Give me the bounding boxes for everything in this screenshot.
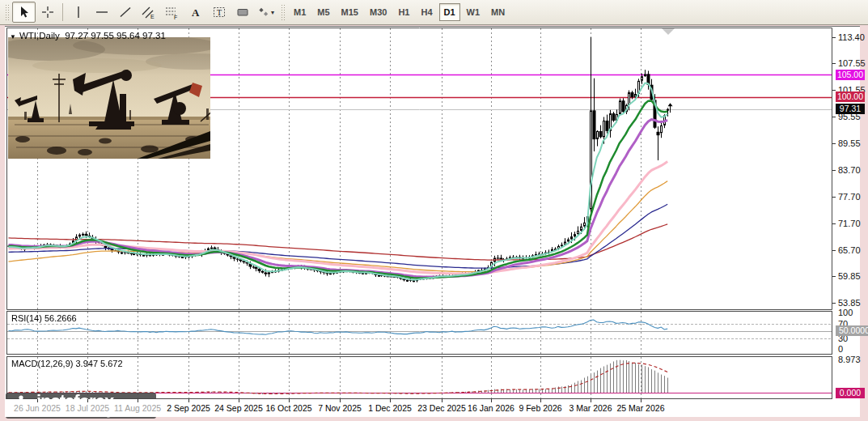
toolbar-separator [62, 3, 63, 21]
date-label: 26 Jun 2025 [14, 403, 61, 413]
price-tick-label: 77.70 [838, 192, 861, 202]
time-axis-tick [591, 399, 591, 402]
toolbar-grip[interactable] [5, 4, 9, 20]
timeframe-m5-button[interactable]: M5 [312, 3, 334, 21]
price-tick-label: 65.70 [838, 245, 861, 255]
price-axis[interactable]: 113.40107.55101.5595.5589.5583.7077.7071… [832, 27, 868, 417]
time-axis[interactable]: 26 Jun 202518 Jul 202511 Aug 20252 Sep 2… [5, 399, 860, 417]
trendline-tool-button[interactable] [113, 2, 137, 23]
time-axis-tick [340, 399, 341, 402]
rsi-pane-canvas[interactable] [6, 311, 832, 355]
date-label: 25 Mar 2026 [617, 403, 665, 413]
axis-tick [832, 170, 836, 171]
svg-text:T: T [217, 8, 222, 17]
price-tick-label: 107.55 [838, 58, 866, 68]
date-label: 24 Sep 2025 [214, 403, 263, 413]
time-axis-tick [641, 399, 641, 402]
crosshair-tool-button[interactable] [36, 2, 59, 23]
price-tick-label: 71.70 [838, 219, 861, 228]
timeframe-h1-button[interactable]: H1 [393, 3, 414, 21]
axis-tick [832, 276, 836, 277]
svg-text:A: A [192, 6, 200, 19]
timeframe-m1-button[interactable]: M1 [289, 3, 311, 21]
vertical-line-tool-button[interactable] [66, 2, 90, 23]
chart-symbol: WTI,Daily [19, 31, 60, 40]
date-label: 11 Aug 2025 [114, 403, 161, 413]
date-label: 7 Nov 2025 [318, 403, 362, 413]
rsi-indicator-label: RSI(14) 56.2666 [11, 313, 77, 323]
price-tick-label: 53.85 [838, 298, 861, 308]
time-axis-tick [37, 399, 38, 402]
axis-tick [832, 143, 836, 144]
date-label: 18 Jul 2025 [66, 403, 109, 413]
timeframe-mn-button[interactable]: MN [486, 3, 510, 21]
macd-indicator-label: MACD(12,26,9) 3.947 5.672 [11, 359, 123, 368]
axis-tick [832, 303, 836, 304]
time-axis-tick [239, 399, 239, 402]
chart-shift-marker-icon[interactable] [662, 28, 675, 35]
timeframe-m15-button[interactable]: M15 [337, 3, 363, 21]
chart-dropdown-icon[interactable]: ▼ [10, 33, 16, 40]
bid-price-badge: 97.31 [836, 104, 865, 114]
time-axis-tick [289, 399, 290, 402]
date-label: 9 Feb 2026 [519, 403, 561, 413]
axis-tick [832, 223, 836, 224]
toolbar-grip-2[interactable] [281, 4, 285, 20]
chart-title[interactable]: ▼WTI,Daily 97.27 97.55 95.64 97.31 [10, 31, 166, 40]
date-label: 3 Mar 2026 [569, 403, 612, 413]
timeframe-m30-button[interactable]: M30 [365, 3, 392, 21]
time-axis-tick [138, 399, 138, 402]
axis-tick [832, 90, 836, 91]
date-label: 2 Sep 2025 [167, 403, 210, 413]
timeframe-group: M1M5M15M30H1H4D1W1MN [288, 3, 510, 21]
date-label: 23 Dec 2025 [417, 403, 466, 413]
date-label: 16 Jan 2026 [468, 403, 514, 413]
time-axis-tick [491, 399, 492, 402]
price-tick-label: 113.40 [838, 32, 865, 42]
axis-tick [832, 197, 836, 198]
mt4-wti-window: { "toolbar": { "tools": [ {"name": "curs… [0, 0, 868, 421]
horizontal-line-tool-button[interactable] [90, 2, 113, 23]
equidistant-channel-tool-button[interactable]: E [137, 2, 160, 23]
chart-ohlc: 97.27 97.55 95.64 97.31 [65, 31, 166, 40]
chart-window: ▼WTI,Daily 97.27 97.55 95.64 97.31 [5, 26, 860, 417]
axis-tick [832, 63, 836, 64]
rectangle-tool-button[interactable] [231, 2, 254, 23]
timeframe-w1-button[interactable]: W1 [462, 3, 485, 21]
level-price-badge: 105.00 [836, 70, 865, 80]
text-label-tool-button[interactable]: T [207, 2, 231, 23]
dropdown-caret-icon[interactable]: ▾ [271, 9, 274, 16]
macd-zero-badge: 0.000 [836, 388, 865, 398]
rsi-scale-label: 100 [838, 308, 853, 317]
time-axis-tick [390, 399, 391, 402]
axis-tick [832, 250, 836, 251]
macd-scale-label: 8.973 [838, 355, 861, 364]
drawing-tools-group: EFAT▾ [12, 2, 277, 23]
level-price-badge: 100.00 [836, 91, 865, 102]
time-axis-tick [188, 399, 189, 402]
text-tool-button[interactable]: A [184, 2, 207, 23]
timeframe-h4-button[interactable]: H4 [416, 3, 437, 21]
rsi-level-badge: 50.0000 [836, 325, 868, 336]
price-tick-label: 83.70 [838, 165, 861, 175]
date-label: 1 Dec 2025 [368, 403, 412, 413]
axis-tick [832, 37, 836, 38]
svg-text:E: E [150, 14, 155, 19]
rsi-scale-label: 0 [838, 344, 843, 354]
price-tick-label: 89.55 [838, 138, 861, 148]
fibonacci-tool-button[interactable]: F [160, 2, 184, 23]
time-axis-tick [442, 399, 442, 402]
time-axis-tick [87, 399, 88, 402]
toolbar: EFAT▾ M1M5M15M30H1H4D1W1MN [0, 0, 868, 25]
svg-text:F: F [174, 15, 177, 19]
axis-tick [832, 117, 836, 117]
price-tick-label: 59.85 [838, 271, 861, 281]
oil-pumpjack-photo [8, 37, 210, 159]
cursor-tool-button[interactable] [12, 2, 36, 23]
date-label: 16 Oct 2025 [265, 403, 311, 413]
timeframe-d1-button[interactable]: D1 [439, 3, 460, 21]
arrows-tool-button[interactable]: ▾ [254, 2, 277, 23]
time-axis-tick [540, 399, 541, 402]
